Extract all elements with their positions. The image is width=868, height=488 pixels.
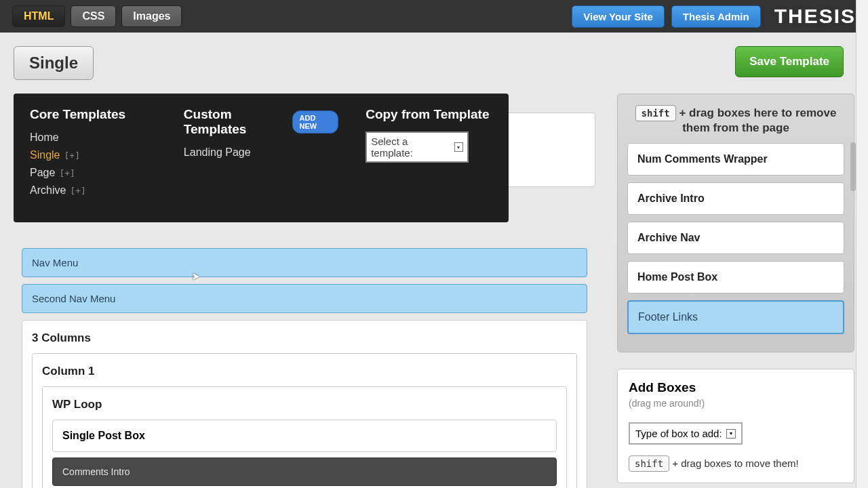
box-single-post-title: Single Post Box	[62, 430, 547, 442]
box-column-1-title: Column 1	[42, 365, 567, 378]
chevron-down-icon: ▾	[726, 429, 736, 439]
core-item-page-label: Page	[30, 167, 55, 178]
shift-key: shift	[635, 105, 676, 121]
box-second-nav[interactable]: Second Nav Menu	[22, 284, 587, 313]
scroll-thumb[interactable]	[850, 142, 856, 191]
core-item-single-label: Single	[30, 149, 60, 161]
box-comments-intro[interactable]: Comments Intro	[52, 458, 557, 486]
removed-num-comments[interactable]: Num Comments Wrapper	[627, 143, 844, 176]
core-item-home[interactable]: Home	[30, 131, 157, 144]
box-wp-loop[interactable]: WP Loop Single Post Box Comments Intro	[42, 386, 567, 488]
move-hint: shift + drag boxes to move them!	[629, 455, 843, 472]
expand-tag[interactable]: [+]	[59, 168, 75, 178]
copy-template-select-label: Select a template:	[371, 136, 450, 159]
box-single-post[interactable]: Single Post Box	[52, 420, 557, 452]
thesis-admin-button[interactable]: Thesis Admin	[671, 5, 761, 28]
box-3-columns[interactable]: 3 Columns Column 1 WP Loop Single Post B…	[22, 320, 587, 488]
remove-panel[interactable]: shift + drag boxes here to remove them f…	[617, 94, 854, 352]
scrollbar[interactable]	[856, 0, 868, 488]
core-item-single[interactable]: Single[+]	[30, 149, 157, 161]
remove-hint-text: + drag boxes here to remove them from th…	[676, 106, 837, 134]
logo: THESIS	[774, 5, 856, 28]
save-template-button[interactable]: Save Template	[735, 46, 844, 77]
custom-templates-heading-label: Custom Templates	[184, 107, 285, 137]
box-column-1[interactable]: Column 1 WP Loop Single Post Box Comment…	[32, 353, 577, 488]
template-dropdown: Core Templates Home Single[+] Page[+] Ar…	[14, 94, 509, 222]
removed-home-post[interactable]: Home Post Box	[627, 261, 844, 293]
add-boxes-title: Add Boxes	[629, 380, 843, 395]
copy-template-select[interactable]: Select a template: ▾	[366, 131, 469, 163]
cursor-icon: ➤	[191, 270, 200, 283]
removed-archive-nav[interactable]: Archive Nav	[627, 222, 844, 254]
top-bar: HTML CSS Images View Your Site Thesis Ad…	[0, 0, 868, 33]
custom-item-landing[interactable]: Landing Page	[184, 146, 338, 159]
add-boxes-panel[interactable]: Add Boxes (drag me around!) Type of box …	[617, 369, 854, 483]
box-type-select[interactable]: Type of box to add: ▾	[629, 422, 743, 445]
core-item-archive[interactable]: Archive[+]	[30, 184, 157, 197]
chevron-down-icon: ▾	[454, 142, 464, 152]
core-item-page[interactable]: Page[+]	[30, 167, 157, 179]
view-site-button[interactable]: View Your Site	[572, 5, 665, 28]
tab-images[interactable]: Images	[121, 5, 182, 27]
top-actions: View Your Site Thesis Admin THESIS	[572, 5, 856, 28]
template-selector-button[interactable]: Single	[14, 46, 94, 80]
shift-key: shift	[629, 455, 669, 472]
box-3-columns-title: 3 Columns	[32, 331, 577, 345]
box-wp-loop-title: WP Loop	[52, 398, 557, 411]
tab-group: HTML CSS Images	[12, 5, 182, 27]
box-nav-menu[interactable]: Nav Menu	[22, 248, 587, 277]
removed-footer-links[interactable]: Footer Links	[627, 300, 844, 334]
add-new-button[interactable]: ADD NEW	[292, 110, 339, 134]
move-hint-text: + drag boxes to move them!	[669, 458, 799, 469]
tab-html[interactable]: HTML	[12, 5, 65, 27]
core-item-archive-label: Archive	[30, 184, 66, 196]
add-boxes-subtitle: (drag me around!)	[629, 398, 843, 409]
removed-archive-intro[interactable]: Archive Intro	[627, 182, 844, 215]
custom-templates-heading: Custom Templates ADD NEW	[184, 107, 338, 137]
expand-tag[interactable]: [+]	[64, 150, 79, 161]
box-type-select-label: Type of box to add:	[635, 428, 722, 439]
tab-css[interactable]: CSS	[71, 5, 116, 27]
expand-tag[interactable]: [+]	[70, 186, 85, 196]
copy-template-heading: Copy from Template	[366, 107, 492, 122]
core-templates-heading: Core Templates	[30, 107, 157, 122]
remove-hint: shift + drag boxes here to remove them f…	[627, 105, 844, 135]
